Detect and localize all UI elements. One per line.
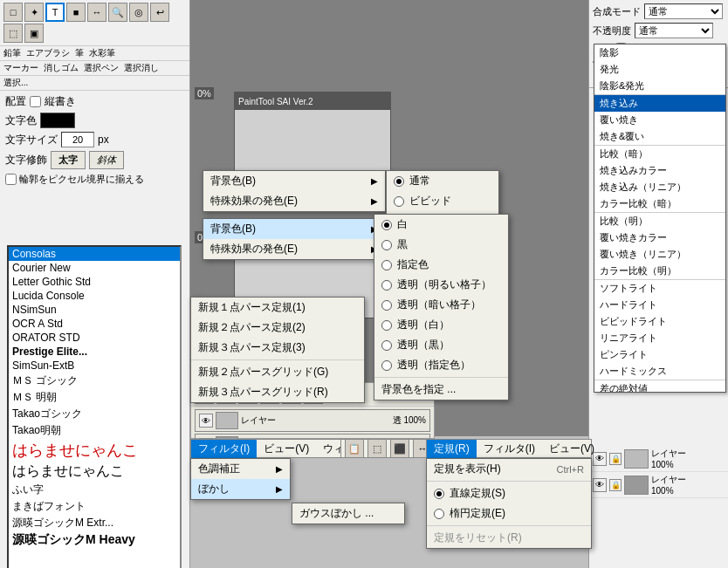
tool-circle[interactable]: ◎ xyxy=(129,3,148,22)
blend-hard-light[interactable]: ハードライト xyxy=(594,297,725,313)
radio-white[interactable]: 白 xyxy=(374,215,508,235)
blend-glow[interactable]: 発光 xyxy=(594,61,725,78)
ctx-set-bgcolor[interactable]: 背景色を指定 ... xyxy=(374,380,508,400)
toolbar-icon-1[interactable]: 📋 xyxy=(345,439,364,458)
ctx-bgcolor[interactable]: 背景色(B) ▶ xyxy=(203,171,385,191)
ctx-pers1[interactable]: 新規１点パース定規(1) xyxy=(191,298,364,318)
font-item-prestige[interactable]: Prestige Elite... xyxy=(9,345,180,359)
pixel-boundary-checkbox[interactable] xyxy=(5,174,17,185)
menu-filter-2[interactable]: フィルタ(I) xyxy=(477,440,542,458)
opacity-select[interactable]: 通常 xyxy=(635,23,713,38)
ctx-pers2[interactable]: 新規２点パース定規(2) xyxy=(191,318,364,338)
blend-vivid-light[interactable]: ビビッドライト xyxy=(594,313,725,330)
radio-trans-black[interactable]: 透明（黒） xyxy=(374,335,508,355)
font-item-makiba[interactable]: まきばフォント xyxy=(9,498,180,515)
radio-ellipse-ruler[interactable]: 楕円定規(E) xyxy=(427,503,591,524)
ctx-special-effect[interactable]: 特殊効果の発色(E) ▶ xyxy=(203,191,385,211)
radio-ellipse-label: 楕円定規(E) xyxy=(450,506,505,521)
tool-shape1[interactable]: ⬚ xyxy=(3,24,23,43)
tool-magnify[interactable]: 🔍 xyxy=(108,3,127,22)
font-item-gen-gothic-heavy[interactable]: 源暎ゴシックM Heavy xyxy=(9,531,180,549)
layer-vis-2[interactable]: 👁 xyxy=(593,478,607,492)
blend-difference[interactable]: 差の絶対値 xyxy=(594,380,725,393)
tool-undo-shape[interactable]: ↩ xyxy=(150,3,169,22)
radio-vivid[interactable]: ビビッド xyxy=(387,191,498,211)
layer-lock-1[interactable]: 🔒 xyxy=(609,453,622,465)
radio-trans-bright[interactable]: 透明（明るい格子） xyxy=(374,275,508,295)
ctx-grid3[interactable]: 新規３点パースグリッド(R) xyxy=(191,382,364,402)
vertical-write-checkbox[interactable] xyxy=(30,96,41,107)
radio-line-ruler[interactable]: 直線定規(S) xyxy=(427,483,591,503)
radio-trans-specified[interactable]: 透明（指定色） xyxy=(374,355,508,375)
italic-button[interactable]: 斜体 xyxy=(89,151,124,169)
ctx-special-2[interactable]: 特殊効果の発色(E) ▶ xyxy=(203,239,385,259)
blend-soft-light[interactable]: ソフトライト xyxy=(594,280,725,297)
ctx-gauss-blur[interactable]: ガウスぼかし ... xyxy=(292,503,404,524)
blend-linear-burn[interactable]: 焼き込み（リニア） xyxy=(594,179,725,195)
tool-text[interactable]: T xyxy=(45,3,65,22)
text-color-swatch[interactable] xyxy=(40,113,75,128)
tool-select[interactable]: □ xyxy=(3,3,23,22)
toolbar-icon-2[interactable]: ⬚ xyxy=(367,439,387,458)
blend-burn[interactable]: 焼き込み xyxy=(594,95,725,112)
radio-normal[interactable]: 通常 xyxy=(387,171,498,191)
tool-fill[interactable]: ■ xyxy=(66,3,86,22)
font-item-fui[interactable]: ふい字 xyxy=(9,482,180,498)
ctx-reset-ruler[interactable]: 定規をリセット(R) xyxy=(427,528,591,548)
blend-burn-dodge[interactable]: 焼き&覆い xyxy=(594,128,725,145)
font-item-haramase1[interactable]: はらませにゃんこ xyxy=(9,439,180,462)
menu-teiki[interactable]: 定規(R) xyxy=(427,440,477,458)
font-item-ocr[interactable]: OCR A Std xyxy=(9,317,180,331)
font-item-nsimsun[interactable]: NSimSun xyxy=(9,303,180,317)
font-item-gen-gothic-extr[interactable]: 源暎ゴシックM Extr... xyxy=(9,515,180,531)
tool-star[interactable]: ✦ xyxy=(24,3,44,22)
font-item-orator[interactable]: ORATOR STD xyxy=(9,331,180,345)
font-item-lettergothic[interactable]: Letter Gothic Std xyxy=(9,275,180,289)
blend-pin-light[interactable]: ピンライト xyxy=(594,346,725,363)
font-item-simsun[interactable]: SimSun-ExtB xyxy=(9,359,180,373)
blend-color-burn[interactable]: 焼き込みカラー xyxy=(594,162,725,179)
blend-lighter-color[interactable]: カラー比較（明） xyxy=(594,263,725,279)
teiki-show[interactable]: 定規を表示(H) Ctrl+R xyxy=(427,459,591,479)
menu-view-2[interactable]: ビュー(V) xyxy=(542,440,601,458)
radio-trans-dark[interactable]: 透明（暗い格子） xyxy=(374,295,508,315)
font-size-input[interactable]: 20 xyxy=(61,132,94,147)
font-item-haramase2[interactable]: はらませにゃんこ xyxy=(9,462,180,482)
filter-blur[interactable]: ぼかし ▶ xyxy=(191,479,290,499)
font-item-consolas[interactable]: Consolas xyxy=(9,247,180,261)
font-listbox[interactable]: Consolas Courier New Letter Gothic Std L… xyxy=(7,245,182,568)
font-item-takao-gothic[interactable]: Takaoゴシック xyxy=(9,406,180,422)
blend-shadow[interactable]: 陰影 xyxy=(594,44,725,61)
radio-black[interactable]: 黒 xyxy=(374,235,508,255)
radio-trans-white[interactable]: 透明（白） xyxy=(374,315,508,335)
menu-filter[interactable]: フィルタ(I) xyxy=(191,440,257,458)
font-item-ms-mincho[interactable]: ＭＳ 明朝 xyxy=(9,389,180,406)
canvas-layer-thumb-1 xyxy=(216,412,238,429)
tool-shape2[interactable]: ▣ xyxy=(24,24,44,43)
blend-darken[interactable]: 比較（暗） xyxy=(594,146,725,162)
font-item-takao-mincho[interactable]: Takao明朝 xyxy=(9,422,180,439)
radio-specified[interactable]: 指定色 xyxy=(374,255,508,275)
blend-lighten[interactable]: 比較（明） xyxy=(594,213,725,229)
bold-button[interactable]: 太字 xyxy=(51,151,86,169)
toolbar-icon-3[interactable]: ⬛ xyxy=(390,439,409,458)
canvas-layer-vis-1[interactable]: 👁 xyxy=(199,414,213,428)
blend-hard-mix[interactable]: ハードミックス xyxy=(594,363,725,380)
tool-move[interactable]: ↔ xyxy=(87,3,106,22)
ctx-bgcolor-2[interactable]: 背景色(B) ▶ xyxy=(203,219,385,239)
ctx-grid2[interactable]: 新規２点パースグリッド(G) xyxy=(191,362,364,382)
ctx-pers3[interactable]: 新規３点パース定規(3) xyxy=(191,338,364,358)
blend-shadow-glow[interactable]: 陰影&発光 xyxy=(594,78,725,94)
blend-color-dodge[interactable]: 覆い焼きカラー xyxy=(594,229,725,246)
layer-lock-2[interactable]: 🔒 xyxy=(609,479,622,491)
menu-view[interactable]: ビュー(V) xyxy=(257,440,316,458)
font-item-ms-gothic[interactable]: ＭＳ ゴシック xyxy=(9,373,180,389)
filter-color-correct[interactable]: 色調補正 ▶ xyxy=(191,459,290,479)
font-item-lucida[interactable]: Lucida Console xyxy=(9,289,180,303)
blend-linear-light[interactable]: リニアライト xyxy=(594,330,725,346)
font-item-courier[interactable]: Courier New xyxy=(9,261,180,275)
blend-darker-color[interactable]: カラー比較（暗） xyxy=(594,195,725,212)
blend-dodge[interactable]: 覆い焼き xyxy=(594,112,725,128)
blend-mode-select[interactable]: 通常 xyxy=(644,3,723,19)
blend-linear-dodge[interactable]: 覆い焼き（リニア） xyxy=(594,246,725,263)
